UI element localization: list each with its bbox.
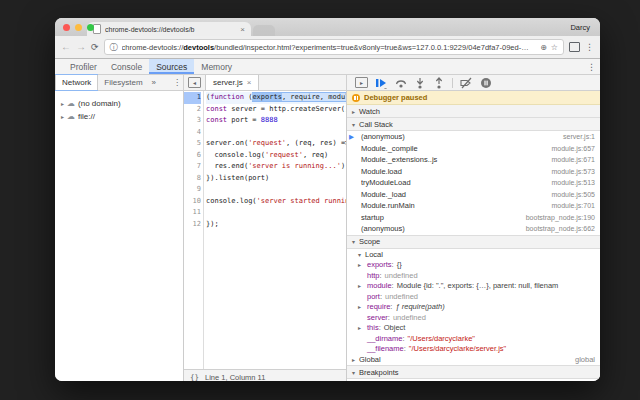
line-number[interactable]: 1 — [184, 92, 201, 104]
call-stack-label: Call Stack — [359, 120, 393, 129]
scope-row[interactable]: ▸this:Object — [347, 323, 600, 334]
tab-sources[interactable]: Sources — [149, 59, 194, 74]
scope-row[interactable]: ▸require:ƒ require(path) — [347, 302, 600, 313]
url-bar[interactable]: ⓘ chrome-devtools://devtools/bundled/ins… — [104, 39, 564, 55]
navigator-tab-filesystem[interactable]: Filesystem — [98, 75, 148, 90]
sources-toolbar: NetworkFilesystem » ⋮ ◂ server.js × ▸ — [55, 75, 600, 91]
code-line[interactable]: server.on('request', (req, res) => { — [206, 138, 346, 150]
code-line[interactable]: const server = http.createServer() — [206, 104, 346, 116]
step-into-icon[interactable] — [414, 77, 426, 89]
scope-local-row[interactable]: ▾ Local — [347, 249, 600, 260]
line-number[interactable]: 2 — [184, 104, 201, 116]
browser-tab[interactable]: chrome-devtools://devtools/b × — [87, 22, 251, 36]
code-line[interactable] — [206, 127, 346, 139]
zoom-icon[interactable]: ⊕ — [540, 43, 547, 52]
info-icon[interactable]: ⓘ — [110, 42, 118, 53]
maximize-window-icon[interactable] — [87, 24, 94, 31]
scope-global-row[interactable]: ▸ Global global — [347, 354, 600, 365]
browser-menu-icon[interactable]: ⋮ — [585, 42, 594, 52]
code-line[interactable] — [206, 207, 346, 219]
back-icon[interactable]: ← — [61, 42, 71, 52]
pause-on-exceptions-icon[interactable] — [480, 77, 492, 89]
line-number[interactable]: 5 — [184, 138, 201, 150]
open-in-window-icon[interactable] — [569, 42, 580, 52]
call-stack-row[interactable]: startupbootstrap_node.js:190 — [347, 212, 600, 224]
call-stack-row[interactable]: Module.runMainmodule.js:701 — [347, 200, 600, 212]
editor-tab-serverjs[interactable]: server.js × — [205, 75, 259, 90]
line-number[interactable]: 8 — [184, 173, 201, 185]
editor-tab-close-icon[interactable]: × — [247, 78, 252, 87]
scope-row[interactable]: server:undefined — [347, 312, 600, 323]
code-line[interactable]: console.log('server started running a — [206, 196, 346, 208]
active-frame-icon: ▶ — [349, 133, 354, 141]
call-stack-row[interactable]: Module._loadmodule.js:505 — [347, 189, 600, 201]
step-out-icon[interactable] — [433, 77, 445, 89]
navigator-tab-network[interactable]: Network — [55, 75, 98, 90]
devtools-menu-icon[interactable]: ⋮ — [587, 62, 596, 72]
tab-console[interactable]: Console — [104, 59, 149, 74]
tab-close-icon[interactable]: × — [240, 25, 245, 34]
code-editor[interactable]: 123456789101112 (function (exports, requ… — [184, 91, 346, 381]
tree-item[interactable]: ▸☁(no domain) — [55, 97, 183, 110]
line-number[interactable]: 11 — [184, 207, 201, 219]
section-call-stack[interactable]: ▾ Call Stack — [347, 118, 600, 131]
frame-function: Module.runMain — [361, 201, 551, 210]
resume-button[interactable] — [375, 77, 388, 89]
line-number[interactable]: 9 — [184, 184, 201, 196]
scope-row[interactable]: ▸module:Module {id: ".", exports: {…}, p… — [347, 281, 600, 292]
section-watch[interactable]: ▸ Watch — [347, 105, 600, 118]
line-number[interactable]: 12 — [184, 219, 201, 231]
minimize-window-icon[interactable] — [75, 24, 82, 31]
code-line[interactable]: console.log('request', req) — [206, 150, 346, 162]
code-line[interactable]: (function (exports, require, module, — [206, 92, 346, 104]
code-line[interactable]: }); — [206, 219, 346, 231]
tab-memory[interactable]: Memory — [194, 59, 239, 74]
pretty-print-icon[interactable]: {} — [190, 373, 199, 382]
new-tab-button[interactable] — [253, 25, 275, 36]
scope-row[interactable]: port:undefined — [347, 291, 600, 302]
bookmark-star-icon[interactable]: ☆ — [551, 43, 558, 52]
line-number[interactable]: 6 — [184, 150, 201, 162]
call-stack-row[interactable]: tryModuleLoadmodule.js:513 — [347, 177, 600, 189]
scope-row[interactable]: http:undefined — [347, 270, 600, 281]
tab-overflow-icon[interactable]: » — [149, 75, 159, 90]
scope-row[interactable]: ▸exports:{} — [347, 260, 600, 271]
navigator-menu-icon[interactable]: ⋮ — [173, 75, 181, 90]
line-number[interactable]: 4 — [184, 127, 201, 139]
forward-icon[interactable]: → — [76, 42, 86, 52]
collapse-navigator-icon[interactable]: ◂ — [188, 77, 201, 88]
line-number-gutter[interactable]: 123456789101112 — [184, 91, 204, 369]
browser-window: chrome-devtools://devtools/b × Darcy ← →… — [55, 18, 600, 381]
scope-global-value: global — [575, 355, 595, 364]
call-stack-row[interactable]: ▶(anonymous)server.js:1 — [347, 131, 600, 143]
profile-button[interactable]: Darcy — [570, 23, 590, 32]
code-line[interactable]: }).listen(port) — [206, 173, 346, 185]
close-window-icon[interactable] — [63, 24, 70, 31]
code-line[interactable]: res.end('server is running...') — [206, 161, 346, 173]
section-scope[interactable]: ▾ Scope — [347, 235, 600, 249]
line-number[interactable]: 10 — [184, 196, 201, 208]
collapse-sidebar-icon[interactable]: ▸ — [355, 77, 368, 88]
call-stack-row[interactable]: (anonymous)bootstrap_node.js:662 — [347, 223, 600, 235]
frame-location: module.js:505 — [551, 191, 595, 198]
line-number[interactable]: 3 — [184, 115, 201, 127]
tree-item[interactable]: ▸☁file:// — [55, 110, 183, 123]
scope-colon: : — [380, 292, 382, 301]
step-over-icon[interactable] — [395, 77, 407, 89]
call-stack-row[interactable]: Module._extensions..jsmodule.js:671 — [347, 154, 600, 166]
code-area[interactable]: 123456789101112 (function (exports, requ… — [184, 91, 346, 369]
call-stack-row[interactable]: Module._compilemodule.js:657 — [347, 143, 600, 155]
call-stack-row[interactable]: Module.loadmodule.js:573 — [347, 166, 600, 178]
scope-row[interactable]: __dirname:"/Users/darcyclarke" — [347, 333, 600, 344]
scope-value: "/Users/darcyclarke/server.js" — [409, 344, 506, 353]
url-text: chrome-devtools://devtools/bundled/inspe… — [122, 43, 537, 52]
line-number[interactable]: 7 — [184, 161, 201, 173]
section-breakpoints[interactable]: ▾ Breakpoints — [347, 365, 600, 379]
code-line[interactable]: const port = 8888 — [206, 115, 346, 127]
reload-icon[interactable]: ⟳ — [91, 42, 99, 52]
tab-profiler[interactable]: Profiler — [63, 59, 104, 74]
scope-row[interactable]: __filename:"/Users/darcyclarke/server.js… — [347, 344, 600, 355]
code-lines[interactable]: (function (exports, require, module,cons… — [204, 91, 346, 369]
deactivate-breakpoints-icon[interactable] — [460, 77, 473, 89]
code-line[interactable] — [206, 184, 346, 196]
